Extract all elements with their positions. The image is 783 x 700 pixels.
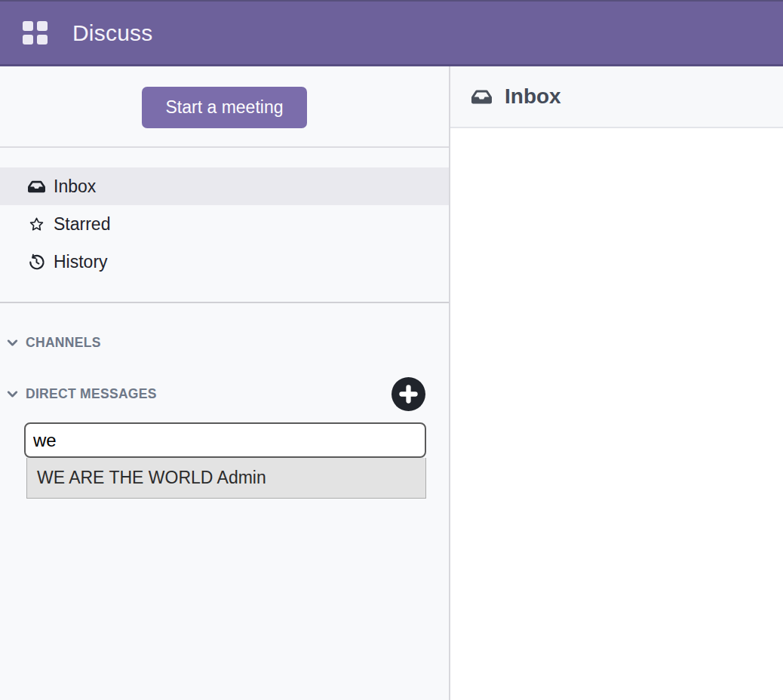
app-header: Discuss bbox=[0, 0, 783, 66]
inbox-icon bbox=[471, 87, 492, 107]
mailbox-list: Inbox Starred History bbox=[0, 148, 449, 281]
dm-search-input[interactable] bbox=[24, 422, 426, 458]
sidebar-item-inbox[interactable]: Inbox bbox=[0, 167, 449, 205]
discuss-sidebar: Start a meeting Inbox Starred bbox=[0, 66, 450, 700]
sidebar-divider bbox=[0, 302, 449, 303]
star-icon bbox=[28, 216, 45, 233]
sidebar-item-starred[interactable]: Starred bbox=[0, 205, 449, 243]
section-header-channels[interactable]: CHANNELS bbox=[0, 332, 449, 353]
sidebar-item-history[interactable]: History bbox=[0, 243, 449, 281]
apps-grid-icon[interactable] bbox=[23, 21, 48, 45]
apps-grid-square bbox=[37, 21, 48, 31]
dm-suggestion-list: WE ARE THE WORLD Admin bbox=[26, 458, 426, 499]
add-direct-message-button[interactable] bbox=[392, 377, 425, 411]
chevron-down-icon bbox=[6, 388, 19, 401]
section-label: DIRECT MESSAGES bbox=[26, 386, 392, 402]
dm-suggestion-item[interactable]: WE ARE THE WORLD Admin bbox=[27, 458, 425, 498]
start-meeting-button[interactable]: Start a meeting bbox=[142, 87, 308, 128]
plus-icon bbox=[398, 383, 419, 405]
sidebar-item-label: Inbox bbox=[54, 177, 96, 197]
chevron-down-icon bbox=[6, 336, 19, 349]
main-header: Inbox bbox=[450, 66, 783, 128]
main-panel: Inbox bbox=[450, 66, 783, 700]
app-title: Discuss bbox=[72, 20, 152, 46]
apps-grid-square bbox=[37, 35, 48, 45]
apps-grid-square bbox=[23, 35, 33, 45]
sidebar-item-label: Starred bbox=[54, 214, 110, 235]
main-body bbox=[450, 128, 783, 700]
section-label: CHANNELS bbox=[26, 335, 101, 351]
main-title: Inbox bbox=[505, 84, 561, 109]
section-header-direct-messages[interactable]: DIRECT MESSAGES bbox=[0, 376, 449, 411]
meeting-section: Start a meeting bbox=[0, 66, 449, 148]
history-icon bbox=[28, 253, 45, 271]
sidebar-item-label: History bbox=[54, 252, 108, 272]
inbox-icon bbox=[28, 178, 45, 195]
apps-grid-square bbox=[23, 21, 33, 31]
